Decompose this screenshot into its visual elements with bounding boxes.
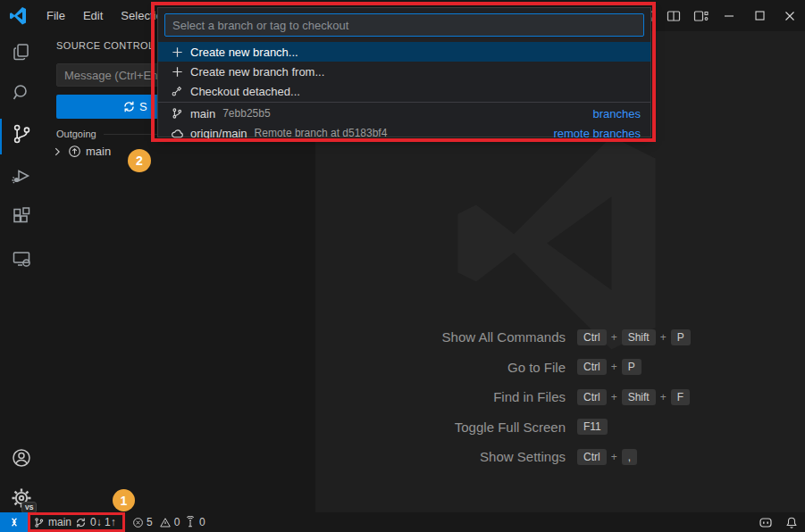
activity-bar: VS [0,31,42,512]
error-icon [132,517,144,528]
sync-button-label: S [139,100,147,113]
branch-item-origin-main[interactable]: origin/mainRemote branch at d5183bf4remo… [158,123,650,143]
statusbar-sync-counts: 0↓ 1↑ [90,516,116,528]
key-plus-separator: + [611,451,617,463]
minimize-icon[interactable] [714,0,744,31]
customize-layout-icon[interactable] [687,0,714,31]
branch-item-label: Create new branch from... [190,65,324,79]
extensions-icon[interactable] [0,196,42,237]
keycap: Ctrl [577,449,607,465]
remote-icon [8,516,21,528]
key-plus-separator: + [660,391,667,403]
shortcut-label: Go to File [357,360,566,375]
commit-message-placeholder: Message (Ctrl+En [64,69,157,82]
key-plus-separator: + [611,361,617,373]
branch-list: Create new branch...Create new branch fr… [158,42,650,143]
shortcut-row: Toggle Full ScreenF11 [357,412,733,443]
search-icon[interactable] [0,72,42,113]
cloud-icon [170,126,184,140]
remote-indicator[interactable] [0,512,28,532]
menu-file[interactable]: File [38,5,74,26]
plus-icon [170,45,184,59]
branch-item-description: 7ebb25b5 [222,107,270,120]
shortcut-keys: Ctrl+, [577,449,637,465]
explorer-icon[interactable] [0,31,42,72]
vscode-window: FileEditSelection [0,0,805,532]
branch-item-link[interactable]: remote branches [553,127,650,140]
shortcut-keys: Ctrl+Shift+P [577,329,691,345]
shortcut-row: Show All CommandsCtrl+Shift+P [357,322,733,353]
remote-explorer-icon[interactable] [0,238,42,279]
copilot-icon[interactable] [759,516,773,528]
split-editor-icon[interactable] [660,0,687,31]
statusbar-branch-name: main [48,516,71,528]
sync-icon [75,517,87,528]
vscode-logo-icon [9,7,27,25]
keycap: P [671,329,691,345]
shortcut-row: Go to FileCtrl+P [357,353,733,383]
keycap: Shift [622,329,656,345]
branch-item-link[interactable]: branches [593,107,650,121]
shortcut-label: Show Settings [357,449,566,464]
publish-arrow-up-icon [68,145,81,158]
notifications-bell-icon[interactable] [785,516,798,529]
source-control-icon[interactable] [0,113,42,154]
shortcut-label: Show All Commands [357,329,566,345]
branch-search-input[interactable]: Select a branch or tag to checkout [164,13,644,37]
branch-item-main[interactable]: main7ebb25b5branches [158,104,650,123]
accounts-icon[interactable] [0,437,42,478]
statusbar-problems-item[interactable]: 5 0 [132,512,180,532]
branch-item-label: origin/main [190,127,247,140]
maximize-icon[interactable] [744,0,775,31]
shortcut-row: Show SettingsCtrl+, [357,442,733,472]
branch-item-checkout-detached[interactable]: Checkout detached... [158,81,650,101]
keycap: F11 [577,419,608,435]
branch-item-description: Remote branch at d5183bf4 [255,127,388,139]
keycap: Shift [622,389,656,405]
menu-edit[interactable]: Edit [74,5,112,26]
keycap: Ctrl [577,359,607,375]
chevron-right-icon [51,145,63,158]
annotation-badge-2: 2 [128,149,151,172]
branch-item-create-new-branch[interactable]: Create new branch... [158,42,650,62]
branch-input-placeholder: Select a branch or tag to checkout [172,19,348,32]
shortcut-keys: F11 [577,419,608,435]
plus-icon [170,64,184,79]
close-icon[interactable] [775,0,805,31]
outgoing-label: Outgoing [56,129,96,139]
key-plus-separator: + [660,331,667,344]
outgoing-branch-name: main [86,145,111,158]
git-branch-icon [33,517,45,528]
branch-item-label: main [190,107,215,121]
warning-icon [159,517,172,528]
branch-item-create-new-branch-from[interactable]: Create new branch from... [158,62,650,81]
disconnect-icon [170,84,184,98]
branch-item-label: Checkout detached... [190,85,300,98]
key-plus-separator: + [611,391,617,403]
branch-item-label: Create new branch... [190,46,298,59]
ports-radio-tower-icon [184,516,197,528]
status-bar: main 0↓ 1↑ 5 0 0 [0,512,805,532]
key-plus-separator: + [611,331,617,344]
shortcut-keys: Ctrl+P [577,359,641,375]
outgoing-branch-row[interactable]: main [51,145,111,158]
error-count: 5 [147,516,153,528]
sidebar-title: SOURCE CONTROL [56,40,155,51]
annotation-badge-1: 1 [113,489,135,511]
keycap: Ctrl [577,389,607,405]
shortcut-keys: Ctrl+Shift+F [577,389,690,405]
statusbar-ports-item[interactable]: 0 [184,512,205,532]
ports-count: 0 [199,516,205,528]
list-separator [158,102,650,103]
shortcut-label: Toggle Full Screen [357,420,566,435]
warning-count: 0 [174,516,180,528]
shortcut-row: Find in FilesCtrl+Shift+F [357,382,733,412]
keycap: P [622,359,641,375]
statusbar-branch-item[interactable]: main 0↓ 1↑ [33,512,116,532]
git-branch-icon [170,106,184,121]
keycap: , [622,449,637,465]
run-and-debug-icon[interactable] [0,155,42,196]
watermark-shortcuts: Show All CommandsCtrl+Shift+PGo to FileC… [357,322,733,472]
keycap: F [671,389,690,405]
keycap: Ctrl [577,329,607,345]
